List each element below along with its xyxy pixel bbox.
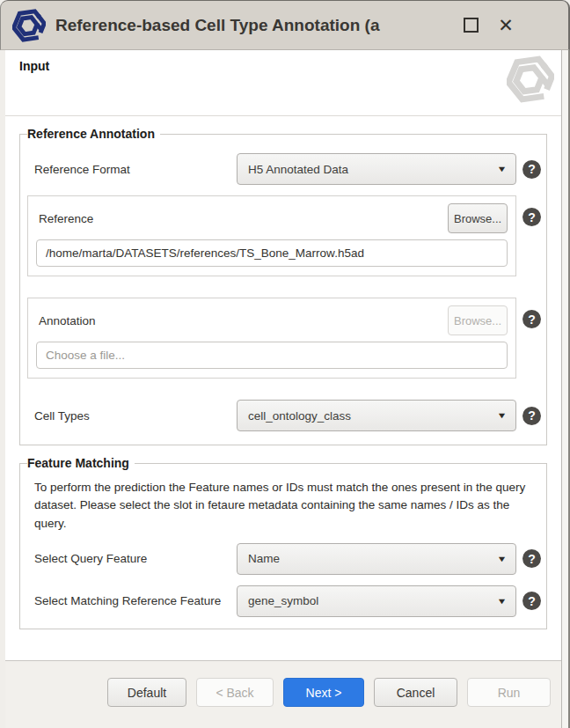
group-feature-matching: Feature Matching To perform the predicti… (19, 456, 547, 629)
annotation-path-input[interactable] (36, 342, 508, 369)
back-button[interactable]: < Back (196, 678, 274, 707)
reference-format-row: Reference Format H5 Annotated Data ▼ ? (27, 153, 541, 185)
reference-feature-value: gene_symbol (248, 594, 498, 607)
app-logo-icon (12, 9, 46, 42)
reference-path-input[interactable] (36, 239, 508, 267)
titlebar: Reference-based Cell Type Annotation (a … (0, 0, 570, 50)
dialog-body: Input Reference Annotation Reference For… (5, 50, 561, 660)
brand-logo-icon (507, 55, 554, 103)
help-icon-annotation[interactable]: ? (522, 310, 541, 328)
page-header: Input (5, 50, 561, 116)
cancel-button[interactable]: Cancel (374, 678, 457, 707)
help-icon-cell-types[interactable]: ? (522, 407, 541, 425)
reference-label: Reference (36, 212, 448, 225)
reference-filebox: Reference Browse... (27, 195, 516, 276)
query-feature-dropdown[interactable]: Name ▼ (237, 543, 516, 575)
group-feature-matching-legend: Feature Matching (27, 456, 135, 470)
reference-feature-dropdown[interactable]: gene_symbol ▼ (237, 585, 516, 617)
page-title: Input (19, 59, 49, 73)
window-title: Reference-based Cell Type Annotation (a (55, 16, 453, 35)
maximize-icon (464, 18, 479, 33)
chevron-down-icon: ▼ (497, 555, 508, 563)
run-button[interactable]: Run (467, 678, 551, 707)
help-icon-reference[interactable]: ? (522, 208, 541, 226)
query-feature-label: Select Query Feature (27, 552, 237, 565)
button-bar: Default < Back Next > Cancel Run (5, 660, 561, 728)
dialog-window: Reference-based Cell Type Annotation (a … (0, 0, 570, 728)
reference-browse-button[interactable]: Browse... (448, 203, 508, 233)
annotation-label: Annotation (36, 314, 448, 327)
cell-types-label: Cell Types (27, 409, 237, 423)
close-button[interactable]: ✕ (488, 8, 523, 43)
maximize-button[interactable] (453, 8, 488, 43)
cell-types-value: cell_ontology_class (248, 409, 498, 423)
reference-format-value: H5 Annotated Data (248, 163, 498, 176)
default-button[interactable]: Default (107, 678, 186, 707)
help-icon-query-feature[interactable]: ? (522, 549, 541, 568)
annotation-filebox: Annotation Browse... (27, 298, 516, 379)
group-reference-annotation-legend: Reference Annotation (27, 127, 160, 141)
annotation-browse-button[interactable]: Browse... (448, 305, 508, 335)
feature-matching-description: To perform the prediction the Feature na… (34, 479, 539, 533)
reference-format-dropdown[interactable]: H5 Annotated Data ▼ (237, 153, 516, 185)
cell-types-row: Cell Types cell_ontology_class ▼ ? (27, 400, 541, 431)
reference-feature-row: Select Matching Reference Feature gene_s… (27, 585, 541, 617)
query-feature-value: Name (248, 552, 498, 565)
help-icon-reference-format[interactable]: ? (522, 160, 541, 179)
cell-types-dropdown[interactable]: cell_ontology_class ▼ (237, 400, 516, 431)
scrollbar-gutter[interactable] (561, 50, 570, 728)
chevron-down-icon: ▼ (497, 411, 508, 420)
close-icon: ✕ (498, 16, 514, 34)
help-icon-reference-feature[interactable]: ? (522, 592, 541, 610)
reference-format-label: Reference Format (27, 163, 237, 176)
group-reference-annotation: Reference Annotation Reference Format H5… (19, 127, 547, 445)
reference-file-row: Reference Browse... ? (27, 195, 541, 276)
reference-feature-label: Select Matching Reference Feature (27, 594, 237, 607)
chevron-down-icon: ▼ (497, 597, 508, 606)
next-button[interactable]: Next > (283, 678, 364, 707)
query-feature-row: Select Query Feature Name ▼ ? (27, 543, 541, 575)
annotation-file-row: Annotation Browse... ? (27, 298, 541, 379)
chevron-down-icon: ▼ (497, 165, 508, 173)
